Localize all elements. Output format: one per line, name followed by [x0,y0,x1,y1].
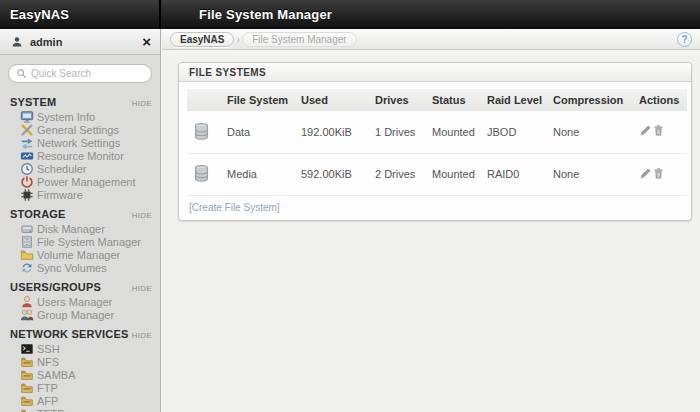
sidebar-item-label: SSH [37,343,60,355]
column-header-used: Used [297,89,371,111]
cell-status: Mounted [428,111,483,153]
table-row: Media592.00KiB2 DrivesMountedRAID0None [187,153,687,196]
sidebar-item-label: Scheduler [37,163,87,175]
search-area [0,55,160,89]
panel-body: File SystemUsedDrivesStatusRaid LevelCom… [179,82,691,220]
sidebar-item-label: TFTP [37,408,65,412]
section-title: SYSTEM [10,96,56,108]
sidebar-item-group-manager[interactable]: Group Manager [0,308,160,321]
search-input[interactable] [8,64,152,83]
create-file-system-link[interactable]: [Create File System] [187,196,282,217]
sidebar-item-tftp[interactable]: TFTP [0,407,160,412]
database-icon [191,164,211,184]
top-bar-title-area: File System Manager [161,0,700,29]
section-title: USERS/GROUPS [10,281,101,293]
search-icon [14,66,29,81]
sidebar-item-label: AFP [37,395,58,407]
breadcrumb: EasyNAS›File System Manager [170,32,357,47]
column-header-drives: Drives [371,89,428,111]
sync-volumes-icon [19,260,34,275]
sidebar-item-label: NFS [37,356,59,368]
close-icon[interactable]: × [142,34,151,49]
cell-compression: None [549,111,635,153]
sidebar-section-storage: STORAGEHIDEDisk ManagerFile System Manag… [0,203,160,274]
cell-status: Mounted [428,153,483,196]
file-systems-table: File SystemUsedDrivesStatusRaid LevelCom… [187,89,687,196]
section-header: STORAGEHIDE [0,203,160,222]
firmware-icon [19,187,34,202]
column-header-status: Status [428,89,483,111]
sidebar-item-label: File System Manager [37,236,141,248]
section-title: NETWORK SERVICES [10,328,129,340]
cell-drives: 1 Drives [371,111,428,153]
sidebar-item-sync-volumes[interactable]: Sync Volumes [0,261,160,274]
cell-compression: None [549,153,635,196]
sidebar-item-label: Group Manager [37,309,114,321]
top-bar: EasyNAS File System Manager [0,0,700,29]
sidebar-item-label: Firmware [37,189,83,201]
help-icon[interactable]: ? [677,32,692,47]
sidebar-item-firmware[interactable]: Firmware [0,188,160,201]
column-header-file-system: File System [223,89,297,111]
cell-drives: 2 Drives [371,153,428,196]
column-header [187,89,223,111]
section-title: STORAGE [10,208,66,220]
cell-raid-level: RAID0 [483,153,549,196]
sidebar-item-label: Volume Manager [37,249,120,261]
delete-icon[interactable] [652,124,665,137]
brand-title: EasyNAS [10,7,69,22]
section-header: USERS/GROUPSHIDE [0,276,160,295]
cell-actions [635,111,687,153]
table-row: Data192.00KiB1 DrivesMountedJBODNone [187,111,687,153]
sidebar-item-label: Disk Manager [37,223,105,235]
section-hide-link[interactable]: HIDE [132,211,152,220]
sidebar-item-label: Users Manager [37,296,112,308]
sidebar-item-label: General Settings [37,124,119,136]
sidebar-item-label: System Info [37,111,95,123]
edit-icon[interactable] [639,124,652,137]
user-bar: admin × [0,29,160,55]
sidebar-item-label: Resource Monitor [37,150,124,162]
sidebar-section-users-groups: USERS/GROUPSHIDEUsers ManagerGroup Manag… [0,276,160,321]
section-hide-link[interactable]: HIDE [132,331,152,340]
sidebar-sections: SYSTEMHIDESystem InfoGeneral SettingsNet… [0,91,160,412]
section-hide-link[interactable]: HIDE [132,284,152,293]
cell-actions [635,153,687,196]
section-header: SYSTEMHIDE [0,91,160,110]
section-items: System InfoGeneral SettingsNetwork Setti… [0,110,160,201]
sidebar-section-system: SYSTEMHIDESystem InfoGeneral SettingsNet… [0,91,160,201]
section-items: Disk ManagerFile System ManagerVolume Ma… [0,222,160,274]
user-icon [9,34,24,49]
breadcrumb-item-file-system-manager[interactable]: File System Manager [242,32,356,47]
cell-raid-level: JBOD [483,111,549,153]
sidebar-section-network-services: NETWORK SERVICESHIDESSHNFSSAMBAFTPAFPTFT… [0,323,160,412]
edit-icon[interactable] [639,167,652,180]
cell-used: 192.00KiB [297,111,371,153]
breadcrumb-bar: EasyNAS›File System Manager ? [162,29,700,50]
delete-icon[interactable] [652,167,665,180]
sidebar-item-label: Network Settings [37,137,120,149]
page-title: File System Manager [199,7,332,22]
table-header: File SystemUsedDrivesStatusRaid LevelCom… [187,89,687,111]
section-items: SSHNFSSAMBAFTPAFPTFTPWEB [0,342,160,412]
sidebar: admin × SYSTEMHIDESystem InfoGeneral Set… [0,29,161,412]
cell-file-system: Media [223,153,297,196]
sidebar-item-label: Power Management [37,176,135,188]
cell-used: 592.00KiB [297,153,371,196]
sidebar-item-label: Sync Volumes [37,262,107,274]
breadcrumb-separator: › [236,33,240,45]
group-manager-icon [19,307,34,322]
section-hide-link[interactable]: HIDE [132,99,152,108]
panel-title: FILE SYSTEMS [179,63,691,82]
sidebar-item-label: SAMBA [37,369,76,381]
column-header-compression: Compression [549,89,635,111]
sidebar-item-label: FTP [37,382,58,394]
username-label: admin [30,36,62,48]
file-systems-panel: FILE SYSTEMS File SystemUsedDrivesStatus… [178,62,692,221]
top-bar-brand-area: EasyNAS [0,0,161,29]
main-content: FILE SYSTEMS File SystemUsedDrivesStatus… [162,50,700,412]
column-header-actions: Actions [635,89,687,111]
breadcrumb-item-easynas[interactable]: EasyNAS [170,32,234,47]
shared-folder-icon [19,406,34,412]
section-header: NETWORK SERVICESHIDE [0,323,160,342]
